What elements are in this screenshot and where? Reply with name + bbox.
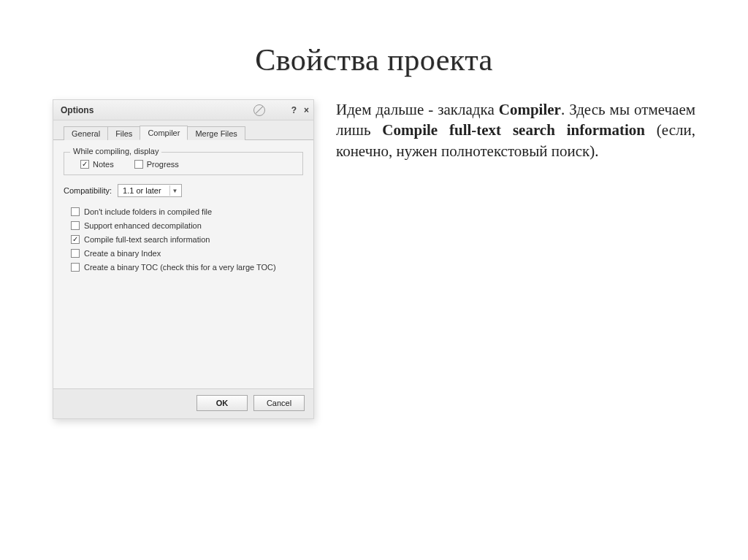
option-label: Create a binary TOC (check this for a ve… — [84, 263, 276, 272]
chevron-down-icon: ▼ — [169, 185, 180, 196]
checkbox-box-progress — [134, 160, 143, 169]
checkbox-dont-include-folders[interactable]: Don't include folders in compiled file — [71, 207, 303, 216]
option-label: Create a binary Index — [84, 249, 161, 258]
slide-title: Свойства проекта — [0, 42, 748, 77]
checkbox-label-notes: Notes — [93, 160, 114, 169]
block-icon — [253, 104, 265, 116]
checkbox-box — [71, 249, 80, 258]
desc-part1: Идем дальше - закладка — [336, 101, 499, 118]
desc-bold1: Compiler — [499, 101, 561, 118]
button-bar: OK Cancel — [53, 388, 313, 418]
ok-button[interactable]: OK — [196, 395, 248, 411]
compatibility-dropdown[interactable]: 1.1 or later ▼ — [118, 184, 182, 197]
checkbox-notes[interactable]: ✓ Notes — [80, 160, 114, 169]
checkbox-box — [71, 263, 80, 272]
compatibility-label: Compatibility: — [64, 186, 112, 195]
checkbox-binary-index[interactable]: Create a binary Index — [71, 249, 303, 258]
dialog-title: Options — [61, 105, 94, 115]
checkbox-support-decompilation[interactable]: Support enhanced decompilation — [71, 221, 303, 230]
option-label: Support enhanced decompilation — [84, 221, 202, 230]
options-dialog: Options ? × General Files Compiler Merge… — [53, 99, 314, 419]
group-while-compiling: While compiling, display ✓ Notes Progres… — [64, 152, 303, 175]
tab-files[interactable]: Files — [107, 126, 140, 140]
checkbox-box-notes: ✓ — [80, 160, 89, 169]
description-text: Идем дальше - закладка Compiler. Здесь м… — [336, 99, 695, 161]
tab-merge-files[interactable]: Merge Files — [187, 126, 245, 140]
options-list: Don't include folders in compiled file S… — [64, 207, 303, 272]
tab-body: While compiling, display ✓ Notes Progres… — [53, 140, 313, 388]
close-icon[interactable]: × — [304, 105, 309, 115]
dialog-titlebar: Options ? × — [53, 100, 313, 120]
checkbox-label-progress: Progress — [147, 160, 179, 169]
help-icon[interactable]: ? — [291, 105, 297, 115]
tab-general[interactable]: General — [64, 126, 108, 140]
compatibility-value: 1.1 or later — [123, 186, 161, 195]
tabs-row: General Files Compiler Merge Files — [53, 120, 313, 140]
option-label: Don't include folders in compiled file — [84, 207, 212, 216]
desc-bold2: Compile full-text search information — [382, 121, 645, 139]
group-legend: While compiling, display — [70, 147, 161, 156]
checkbox-progress[interactable]: Progress — [134, 160, 179, 169]
checkbox-box — [71, 207, 80, 216]
cancel-button[interactable]: Cancel — [253, 395, 305, 411]
option-label: Compile full-text search information — [84, 235, 210, 244]
checkbox-fulltext-search[interactable]: ✓ Compile full-text search information — [71, 235, 303, 244]
checkbox-box: ✓ — [71, 235, 80, 244]
tab-compiler[interactable]: Compiler — [140, 126, 188, 140]
checkbox-binary-toc[interactable]: Create a binary TOC (check this for a ve… — [71, 263, 303, 272]
checkbox-box — [71, 221, 80, 230]
